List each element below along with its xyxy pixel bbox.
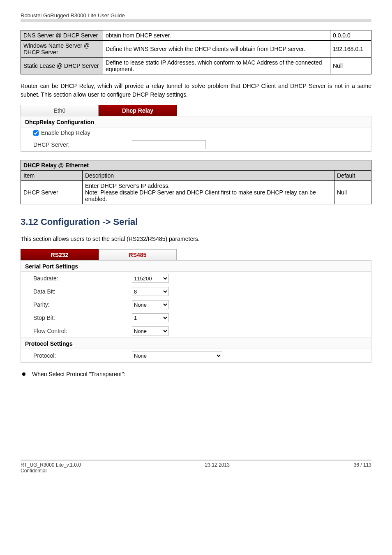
tab-rs485[interactable]: RS485 [99,249,177,260]
protocol-settings-title: Protocol Settings [21,338,371,349]
header-divider [21,19,371,22]
dhcp-server-input[interactable] [132,140,206,149]
cell: DHCP Server [21,181,83,204]
baudrate-row: Baudrate: 115200 [21,272,371,285]
cell: 192.168.0.1 [330,41,371,58]
tab-strip-1: Eth0 Dhcp Relay [21,105,371,116]
bullet-text: When Select Protocol "Transparent": [32,371,125,377]
cell: DNS Server @ DHCP Server [21,30,103,41]
footer-center: 23.12.2013 [81,462,354,474]
tab-strip-2: RS232 RS485 [21,249,371,260]
cell: Windows Name Server @ DHCP Server [21,41,103,58]
dhcp-relay-panel: DhcpRelay Configuration Enable Dhcp Rela… [21,116,371,152]
footer-right: 36 / 113 [354,462,371,474]
stopbit-label: Stop Bit: [33,314,132,321]
paragraph-2: This section allows users to set the ser… [21,235,371,243]
baudrate-label: Baudrate: [33,275,132,282]
stopbit-row: Stop Bit: 1 [21,311,371,324]
dns-dhcp-table: DNS Server @ DHCP Server obtain from DHC… [21,30,371,74]
cell: Null [330,58,371,74]
cell: Enter DHCP Server's IP address. Note: Pl… [83,181,334,204]
col-item: Item [21,171,83,181]
col-description: Description [83,171,334,181]
cell: 0.0.0.0 [330,30,371,41]
paragraph-1: Router can be DHCP Relay, which will pro… [21,82,371,99]
page-header: Robustel GoRugged R3000 Lite User Guide [21,12,371,19]
enable-dhcp-relay-checkbox[interactable] [33,130,39,136]
parity-row: Parity: None [21,298,371,311]
page-footer: RT_UG_R3000 Lite_v.1.0.0 Confidential 23… [21,460,371,474]
cell: Define to lease static IP Addresses, whi… [103,58,330,74]
table-title: DHCP Relay @ Ethernet [21,160,371,171]
databit-row: Data Bit: 8 [21,285,371,298]
tab-dhcp-relay[interactable]: Dhcp Relay [99,105,177,116]
stopbit-select[interactable]: 1 [132,313,169,322]
baudrate-select[interactable]: 115200 [132,274,169,283]
serial-port-settings-title: Serial Port Settings [21,261,371,272]
databit-select[interactable]: 8 [132,287,169,296]
enable-dhcp-relay-label: Enable Dhcp Relay [41,130,90,136]
dhcp-relay-ethernet-table: DHCP Relay @ Ethernet Item Description D… [21,160,371,204]
footer-left-2: Confidential [21,468,81,474]
tab-eth0[interactable]: Eth0 [21,105,99,116]
dhcp-server-row: DHCP Server: [21,138,371,151]
col-default: Default [334,171,371,181]
protocol-label: Protocol: [33,352,132,359]
tab-rs232[interactable]: RS232 [21,249,99,260]
dhcp-server-label: DHCP Server: [33,141,132,148]
parity-label: Parity: [33,301,132,308]
flow-row: Flow Control: None [21,324,371,338]
footer-left-1: RT_UG_R3000 Lite_v.1.0.0 [21,462,81,468]
databit-label: Data Bit: [33,288,132,295]
cell: Null [334,181,371,204]
protocol-select[interactable]: None [132,351,222,360]
panel-title: DhcpRelay Configuration [21,116,371,127]
enable-dhcp-relay-row: Enable Dhcp Relay [21,127,371,138]
section-heading: 3.12 Configuration -> Serial [21,217,371,227]
flow-select[interactable]: None [132,326,169,335]
cell: Define the WINS Server which the DHCP cl… [103,41,330,58]
parity-select[interactable]: None [132,300,169,309]
serial-panel: Serial Port Settings Baudrate: 115200 Da… [21,260,371,363]
flow-label: Flow Control: [33,328,132,334]
bullet-transparent: When Select Protocol "Transparent": [21,371,371,377]
cell: Static Lease @ DHCP Server [21,58,103,74]
cell: obtain from DHCP server. [103,30,330,41]
protocol-row: Protocol: None [21,349,371,362]
bullet-icon [22,372,25,376]
